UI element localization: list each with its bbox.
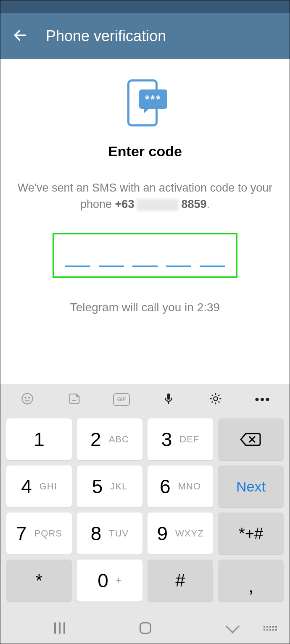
key-star[interactable]: *: [6, 560, 72, 602]
svg-point-2: [25, 397, 26, 398]
status-bar-top: [0, 0, 290, 13]
system-nav-bar: [0, 612, 290, 644]
gif-icon[interactable]: GIF: [109, 393, 134, 406]
key-6[interactable]: 6MNO: [148, 465, 213, 507]
key-0[interactable]: 0+: [77, 560, 142, 602]
gear-icon[interactable]: [203, 392, 228, 407]
keyboard-toolbar: GIF •••: [0, 384, 290, 415]
backspace-icon: [240, 432, 262, 447]
key-1[interactable]: 1: [6, 418, 72, 460]
svg-point-5: [214, 397, 217, 400]
code-input[interactable]: [53, 233, 237, 278]
code-digit-4: [166, 265, 191, 267]
page-title: Phone verification: [46, 27, 166, 45]
nav-back-icon[interactable]: [226, 623, 236, 633]
key-hash[interactable]: #: [148, 560, 213, 602]
keyboard: GIF ••• 1 2ABC 3DEF: [0, 384, 290, 612]
key-backspace[interactable]: [218, 418, 284, 460]
sticker-icon[interactable]: [62, 392, 87, 407]
code-digit-5: [200, 265, 225, 267]
key-9[interactable]: 9WXYZ: [148, 513, 213, 555]
key-2[interactable]: 2ABC: [77, 418, 142, 460]
code-digit-1: [65, 265, 90, 267]
nav-home-icon[interactable]: [140, 622, 151, 634]
back-icon[interactable]: [12, 27, 28, 45]
app-header: Phone verification: [0, 13, 290, 59]
call-timer: Telegram will call you in 2:39: [17, 301, 273, 314]
svg-rect-4: [167, 394, 170, 400]
key-7[interactable]: 7PQRS: [6, 513, 72, 555]
key-comma[interactable]: ,: [218, 560, 284, 602]
mic-icon[interactable]: [156, 391, 181, 408]
key-symbols[interactable]: *+#: [218, 513, 284, 555]
key-5[interactable]: 5JKL: [77, 465, 142, 507]
nav-keyboard-icon[interactable]: [264, 626, 277, 631]
more-icon[interactable]: •••: [250, 392, 275, 407]
nav-recents-icon[interactable]: [54, 622, 65, 634]
enter-code-heading: Enter code: [17, 143, 273, 160]
sms-illustration: ***: [124, 79, 166, 126]
svg-point-1: [22, 394, 33, 404]
key-next[interactable]: Next: [218, 465, 284, 507]
svg-point-3: [29, 397, 30, 398]
key-8[interactable]: 8TUV: [77, 513, 142, 555]
code-digit-2: [99, 265, 124, 267]
key-3[interactable]: 3DEF: [148, 418, 213, 460]
main-content: *** Enter code We've sent an SMS with an…: [0, 59, 290, 314]
code-description: We've sent an SMS with an activation cod…: [17, 180, 273, 213]
key-4[interactable]: 4GHI: [6, 465, 72, 507]
code-digit-3: [132, 265, 158, 267]
redacted-phone-part: [137, 199, 179, 211]
emoji-icon[interactable]: [15, 392, 40, 407]
